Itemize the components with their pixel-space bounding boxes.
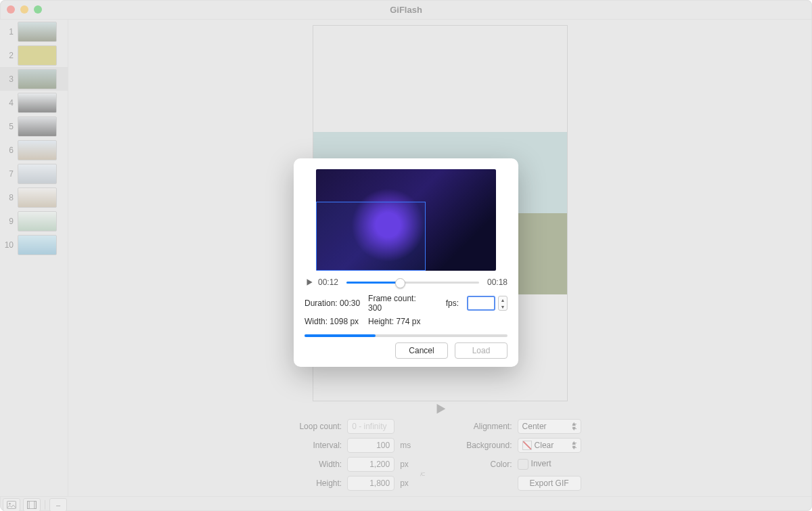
frame-count-label: Frame count: 300 — [368, 294, 430, 313]
fps-label: fps: — [446, 298, 459, 308]
fps-stepper[interactable]: ▲▼ — [467, 296, 508, 311]
stepper-icon[interactable]: ▲▼ — [498, 296, 508, 311]
load-progress — [304, 334, 508, 337]
time-total: 00:18 — [487, 277, 508, 287]
video-width-label: Width: 1098 px — [304, 317, 360, 326]
duration-label: Duration: 00:30 — [304, 298, 360, 308]
time-current: 00:12 — [318, 277, 338, 287]
scrubber[interactable] — [346, 282, 479, 284]
video-height-label: Height: 774 px — [368, 317, 430, 326]
cancel-button[interactable]: Cancel — [395, 342, 448, 359]
crop-selection[interactable] — [316, 202, 426, 271]
fps-input[interactable] — [467, 296, 495, 311]
app-window: GiFlash 12345678910 Loop count: 0 - infi… — [0, 0, 812, 511]
load-button[interactable]: Load — [455, 342, 508, 359]
video-import-modal: 00:12 00:18 Duration: 00:30 Frame count:… — [294, 158, 518, 367]
play-icon[interactable] — [304, 277, 314, 287]
video-preview[interactable] — [316, 169, 496, 271]
